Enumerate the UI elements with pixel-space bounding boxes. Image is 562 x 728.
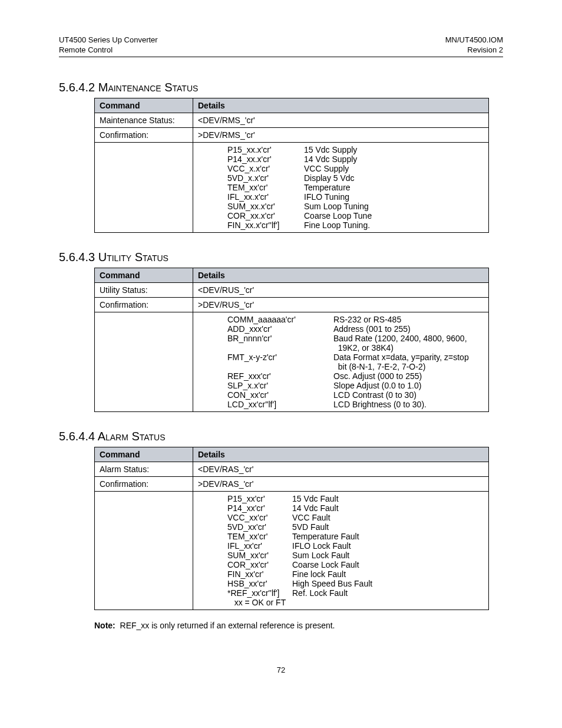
- cell-details: P15_xx'cr' P14_xx'cr' VCC_xx'cr' 5VD_xx'…: [193, 491, 489, 610]
- th-command: Command: [95, 447, 193, 462]
- detail-descriptions: 15 Vdc Supply 14 Vdc Supply VCC Supply D…: [304, 145, 372, 230]
- table-maintenance: Command Details Maintenance Status: <DEV…: [94, 98, 489, 233]
- cell-empty: [95, 142, 193, 232]
- detail-codes: COMM_aaaaaa'cr' ADD_xxx'cr' BR_nnnn'cr' …: [227, 315, 333, 409]
- section-title-utility: 5.6.4.3 Utility Status: [59, 251, 503, 264]
- note-label: Note:: [94, 621, 115, 630]
- section-name: Maintenance Status: [98, 81, 199, 94]
- th-details: Details: [193, 98, 489, 113]
- detail-codes: P15_xx'cr' P14_xx'cr' VCC_xx'cr' 5VD_xx'…: [227, 494, 292, 607]
- header-left: UT4500 Series Up Converter Remote Contro…: [59, 35, 158, 55]
- header-revision: Revision 2: [445, 45, 503, 55]
- header-product: UT4500 Series Up Converter: [59, 35, 158, 45]
- section-number: 5.6.4.3: [59, 251, 95, 263]
- th-details: Details: [193, 447, 489, 462]
- cell-value: <DEV/RAS_'cr': [193, 462, 489, 476]
- header-docnum: MN/UT4500.IOM: [445, 35, 503, 45]
- cell-label: Alarm Status:: [95, 462, 193, 476]
- detail-codes: P15_xx.x'cr' P14_xx.x'cr' VCC_x.x'cr' 5V…: [227, 145, 304, 230]
- cell-label: Maintenance Status:: [95, 113, 193, 127]
- cell-label: Confirmation:: [95, 297, 193, 312]
- detail-descriptions: 15 Vdc Fault 14 Vdc Fault VCC Fault 5VD …: [292, 494, 372, 607]
- table-utility: Command Details Utility Status: <DEV/RUS…: [94, 268, 489, 412]
- page-number: 72: [59, 666, 503, 674]
- page-header: UT4500 Series Up Converter Remote Contro…: [59, 35, 503, 57]
- cell-value: >DEV/RAS_'cr': [193, 476, 489, 491]
- cell-empty: [95, 491, 193, 610]
- detail-descriptions: RS-232 or RS-485 Address (001 to 255) Ba…: [333, 315, 469, 409]
- cell-empty: [95, 312, 193, 411]
- cell-label: Confirmation:: [95, 127, 193, 142]
- cell-details: COMM_aaaaaa'cr' ADD_xxx'cr' BR_nnnn'cr' …: [193, 312, 489, 411]
- section-number: 5.6.4.4: [59, 430, 95, 443]
- cell-value: <DEV/RUS_'cr': [193, 282, 489, 297]
- cell-value: <DEV/RMS_'cr': [193, 113, 489, 127]
- section-name: Utility Status: [98, 251, 168, 263]
- cell-value: >DEV/RUS_'cr': [193, 297, 489, 312]
- note: Note: REF_xx is only returned if an exte…: [94, 621, 503, 630]
- th-command: Command: [95, 268, 193, 282]
- th-details: Details: [193, 268, 489, 282]
- cell-label: Confirmation:: [95, 476, 193, 491]
- cell-value: >DEV/RMS_'cr': [193, 127, 489, 142]
- header-section: Remote Control: [59, 45, 158, 55]
- th-command: Command: [95, 98, 193, 113]
- section-number: 5.6.4.2: [59, 81, 95, 94]
- table-alarm: Command Details Alarm Status: <DEV/RAS_'…: [94, 447, 489, 610]
- section-title-maintenance: 5.6.4.2 Maintenance Status: [59, 81, 503, 94]
- section-name: Alarm Status: [98, 430, 166, 443]
- note-text: REF_xx is only returned if an external r…: [120, 621, 335, 630]
- section-title-alarm: 5.6.4.4 Alarm Status: [59, 430, 503, 443]
- cell-details: P15_xx.x'cr' P14_xx.x'cr' VCC_x.x'cr' 5V…: [193, 142, 489, 232]
- cell-label: Utility Status:: [95, 282, 193, 297]
- header-right: MN/UT4500.IOM Revision 2: [445, 35, 503, 55]
